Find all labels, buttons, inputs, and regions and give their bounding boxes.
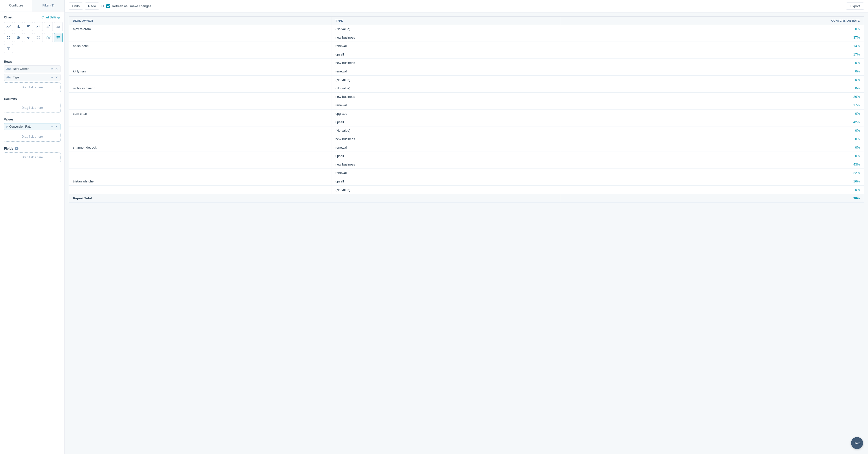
conversion-rate-edit-btn[interactable]: ✏ — [50, 125, 54, 128]
funnel-chart-icon[interactable] — [4, 44, 13, 53]
chart-section: Chart Chart Settings — [4, 15, 61, 55]
redo-button[interactable]: Redo — [85, 2, 99, 10]
sidebar-tabs: Configure Filter (1) — [0, 0, 64, 11]
cell-deal-owner — [69, 135, 332, 143]
fields-section: Fields i Drag fields here — [4, 147, 61, 162]
donut-icon[interactable] — [4, 33, 13, 42]
fields-drag-zone[interactable]: Drag fields here — [4, 152, 61, 162]
cell-conversion-rate: 43% — [561, 160, 864, 169]
refresh-icon[interactable]: ↺ — [101, 4, 104, 8]
svg-rect-4 — [17, 26, 18, 28]
table-body: ajay rajaram(No value)0%new business37%a… — [69, 25, 864, 194]
table-row: kit lymanrenewal0% — [69, 67, 864, 76]
svg-rect-24 — [46, 38, 47, 39]
table-row: (No value)0% — [69, 76, 864, 84]
cell-type: renewal — [331, 169, 561, 177]
area-line-icon[interactable] — [34, 22, 43, 31]
table-row: ajay rajaram(No value)0% — [69, 25, 864, 33]
type-remove-btn[interactable]: ✕ — [55, 76, 58, 79]
deal-owner-label: Deal Owner — [13, 67, 50, 71]
type-label: Type — [13, 76, 50, 79]
refresh-checkbox-label: Refresh as I make changes — [106, 4, 151, 8]
refresh-checkbox-input[interactable] — [106, 4, 110, 8]
cell-deal-owner: nicholas hwang — [69, 84, 332, 93]
pivot-grid-icon[interactable] — [34, 33, 43, 42]
cell-type: new business — [331, 135, 561, 143]
svg-point-2 — [8, 27, 9, 28]
chart-section-title: Chart Chart Settings — [4, 15, 61, 19]
cell-deal-owner — [69, 169, 332, 177]
tab-filter[interactable]: Filter (1) — [32, 0, 65, 11]
cell-conversion-rate: 17% — [561, 101, 864, 109]
columns-drag-zone[interactable]: Drag fields here — [4, 103, 61, 113]
combo-chart-icon[interactable] — [44, 33, 53, 42]
values-drag-zone[interactable]: Drag fields here — [4, 132, 61, 142]
table-row: upsell42% — [69, 118, 864, 126]
line-chart-icon[interactable] — [4, 22, 13, 31]
cell-deal-owner: anish patel — [69, 42, 332, 50]
sidebar: Configure Filter (1) Chart Chart Setting… — [0, 0, 65, 454]
chart-settings-link[interactable]: Chart Settings — [41, 16, 61, 19]
cell-conversion-rate: 0% — [561, 135, 864, 143]
svg-rect-6 — [19, 27, 20, 28]
table-row: renewal22% — [69, 169, 864, 177]
table-row: upsell17% — [69, 50, 864, 59]
help-button[interactable]: Help — [851, 437, 863, 449]
ranked-bar-icon[interactable] — [24, 22, 33, 31]
export-button[interactable]: Export — [846, 2, 864, 10]
cell-conversion-rate: 0% — [561, 76, 864, 84]
scatter-icon[interactable] — [44, 22, 53, 31]
cell-type: upsell — [331, 177, 561, 186]
cell-deal-owner — [69, 160, 332, 169]
columns-section: Columns Drag fields here — [4, 97, 61, 113]
deal-owner-edit-btn[interactable]: ✏ — [50, 67, 54, 71]
conversion-rate-tag: # Conversion Rate ✏ ✕ — [4, 123, 61, 130]
pivot-table-active-icon[interactable] — [54, 33, 63, 42]
cell-type: (No value) — [331, 186, 561, 194]
table-row: new business0% — [69, 59, 864, 67]
cell-type: new business — [331, 59, 561, 67]
conversion-rate-remove-btn[interactable]: ✕ — [55, 125, 58, 128]
svg-point-0 — [6, 28, 7, 28]
refresh-label: Refresh as I make changes — [112, 4, 151, 8]
columns-title: Columns — [4, 97, 61, 101]
area-chart-icon[interactable] — [54, 22, 63, 31]
cell-type: new business — [331, 33, 561, 42]
rows-section: Rows Abc Deal Owner ✏ ✕ Abc Type ✏ ✕ — [4, 60, 61, 92]
rows-drag-zone[interactable]: Drag fields here — [4, 83, 61, 92]
cell-conversion-rate: 0% — [561, 152, 864, 160]
deal-owner-remove-btn[interactable]: ✕ — [55, 67, 58, 71]
cell-deal-owner: sam chan — [69, 109, 332, 118]
values-title: Values — [4, 118, 61, 121]
bar-chart-icon[interactable] — [14, 22, 23, 31]
deal-owner-type-icon: Abc — [6, 67, 11, 70]
type-edit-btn[interactable]: ✏ — [50, 76, 54, 79]
deal-owner-actions: ✏ ✕ — [50, 67, 58, 71]
cell-conversion-rate: 0% — [561, 126, 864, 135]
undo-button[interactable]: Undo — [69, 2, 83, 10]
toolbar: Undo Redo ↺ Refresh as I make changes Ex… — [65, 0, 868, 12]
cell-conversion-rate: 17% — [561, 50, 864, 59]
table-row: new business37% — [69, 33, 864, 42]
tab-configure[interactable]: Configure — [0, 0, 32, 11]
cell-type: renewal — [331, 67, 561, 76]
cell-type: upgrade — [331, 109, 561, 118]
cell-deal-owner — [69, 101, 332, 109]
table-row: tristan whitcherupsell16% — [69, 177, 864, 186]
fields-info-icon[interactable]: i — [15, 147, 19, 150]
cell-deal-owner: ajay rajaram — [69, 25, 332, 33]
cell-type: renewal — [331, 143, 561, 152]
conversion-rate-label: Conversion Rate — [9, 125, 50, 128]
total-conversion-rate: 30% — [561, 194, 864, 203]
table-row: renewal17% — [69, 101, 864, 109]
table-row: (No value)0% — [69, 126, 864, 135]
cell-type: (No value) — [331, 25, 561, 33]
svg-rect-8 — [27, 26, 29, 27]
gauge-icon[interactable] — [24, 33, 33, 42]
cell-conversion-rate: 14% — [561, 42, 864, 50]
svg-rect-21 — [39, 36, 40, 37]
cell-type: new business — [331, 93, 561, 101]
chart-icons-grid-2 — [4, 33, 61, 42]
pie-icon[interactable] — [14, 33, 23, 42]
table-row: shannon decockrenewal0% — [69, 143, 864, 152]
